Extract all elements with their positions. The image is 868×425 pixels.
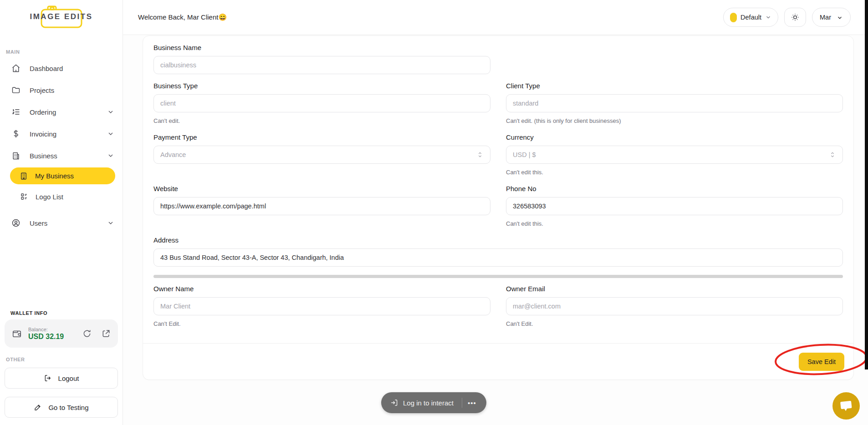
business-type-label: Business Type xyxy=(153,82,490,90)
go-to-testing-button[interactable]: Go to Testing xyxy=(5,397,118,418)
website-field: Website xyxy=(153,185,490,215)
sidebar-section-main: MAIN xyxy=(6,49,123,55)
logout-label: Logout xyxy=(58,374,79,382)
sidebar-item-invoicing[interactable]: Invoicing xyxy=(0,123,123,145)
phone-field: Phone No Can't edit this. xyxy=(506,185,843,227)
theme-toggle-button[interactable] xyxy=(784,8,806,27)
payment-type-value: Advance xyxy=(160,151,476,158)
business-form-card: Business Name Business Type Can't edit. … xyxy=(143,35,854,380)
building-icon xyxy=(11,151,20,160)
balance-value: USD 32.19 xyxy=(28,333,72,341)
payment-type-field: Payment Type Advance xyxy=(153,133,490,164)
currency-label: Currency xyxy=(506,133,843,141)
payment-type-select[interactable]: Advance xyxy=(153,146,490,164)
sidebar-item-label: Users xyxy=(30,219,107,227)
pencil-icon xyxy=(34,403,42,411)
chevron-down-icon xyxy=(765,14,771,20)
sidebar-item-ordering[interactable]: Ordering xyxy=(0,101,123,123)
address-label: Address xyxy=(153,236,843,244)
chevron-down-icon xyxy=(107,219,114,227)
save-edit-button[interactable]: Save Edit xyxy=(799,353,844,371)
owner-name-field: Owner Name Can't Edit. xyxy=(153,285,490,327)
business-name-label: Business Name xyxy=(153,44,490,51)
client-type-field: Client Type Can't edit. (this is only fo… xyxy=(506,82,843,124)
user-circle-icon xyxy=(11,218,20,228)
website-input[interactable] xyxy=(153,197,490,215)
address-field: Address xyxy=(153,236,843,267)
sidebar-bottom: WALLET INFO Balance: USD 32.19 OTHER xyxy=(0,310,123,418)
sidebar-item-label: Invoicing xyxy=(30,130,107,138)
select-chevrons-icon xyxy=(476,151,484,158)
owner-name-input[interactable] xyxy=(153,297,490,315)
wallet-balance: Balance: USD 32.19 xyxy=(28,327,72,341)
sidebar-item-label: Ordering xyxy=(30,108,107,116)
home-icon xyxy=(11,64,20,73)
currency-select[interactable]: USD | $ xyxy=(506,146,843,164)
brand-logo-text: IMAGE EDITS xyxy=(25,12,98,21)
client-type-input[interactable] xyxy=(506,94,843,112)
welcome-text: Welcome Back, Mar Client😄 xyxy=(138,13,227,21)
phone-helper: Can't edit this. xyxy=(506,220,843,227)
grid-list-icon xyxy=(20,192,28,201)
ordered-list-icon xyxy=(11,107,20,116)
website-phone-row: Website Phone No Can't edit this. xyxy=(153,185,843,227)
chat-widget-button[interactable] xyxy=(832,392,860,420)
login-to-interact-pill[interactable]: Log in to interact ••• xyxy=(381,392,486,413)
client-type-helper: Can't edit. (this is only for client bus… xyxy=(506,117,843,124)
sidebar-item-users[interactable]: Users xyxy=(0,212,123,234)
other-section-label: OTHER xyxy=(6,357,118,362)
brand-logo[interactable]: IMAGE EDITS xyxy=(25,4,98,29)
sun-icon xyxy=(791,13,800,22)
phone-input[interactable] xyxy=(506,197,843,215)
owner-name-helper: Can't Edit. xyxy=(153,320,490,327)
select-chevrons-icon xyxy=(829,151,836,158)
website-label: Website xyxy=(153,185,490,192)
login-icon xyxy=(390,399,398,407)
currency-field: Currency USD | $ Can't edit this. xyxy=(506,133,843,176)
currency-helper: Can't edit this. xyxy=(506,169,843,176)
business-type-field: Business Type Can't edit. xyxy=(153,82,490,124)
building-icon xyxy=(20,172,28,180)
more-options-button[interactable]: ••• xyxy=(462,399,482,407)
currency-value: USD | $ xyxy=(513,151,829,158)
phone-label: Phone No xyxy=(506,185,843,192)
payment-currency-row: Payment Type Advance Currency USD | $ xyxy=(153,133,843,176)
screen-edge-strip xyxy=(865,0,868,369)
owner-row: Owner Name Can't Edit. Owner Email Can't… xyxy=(153,285,843,327)
folder-icon xyxy=(11,86,20,95)
refresh-balance-icon[interactable] xyxy=(82,329,92,338)
sidebar-item-business[interactable]: Business xyxy=(0,145,123,167)
logout-button[interactable]: Logout xyxy=(5,368,118,389)
chevron-down-icon xyxy=(107,152,114,159)
app-root: IMAGE EDITS MAIN Dashboard Projects Orde… xyxy=(0,0,868,425)
user-dropdown-label: Mar xyxy=(820,14,831,21)
section-divider xyxy=(153,275,843,278)
balance-label: Balance: xyxy=(28,327,72,332)
business-form: Business Name Business Type Can't edit. … xyxy=(143,36,853,327)
go-to-testing-label: Go to Testing xyxy=(48,404,88,411)
wallet-icon xyxy=(12,329,22,339)
sidebar-item-projects[interactable]: Projects xyxy=(0,79,123,101)
sidebar-item-my-business[interactable]: My Business xyxy=(10,167,115,184)
address-input[interactable] xyxy=(153,248,843,267)
chevron-down-icon xyxy=(107,108,114,116)
owner-email-label: Owner Email xyxy=(506,285,843,293)
sidebar-item-label: My Business xyxy=(35,172,74,180)
business-name-input[interactable] xyxy=(153,56,490,74)
external-link-icon[interactable] xyxy=(102,329,111,338)
sidebar-item-dashboard[interactable]: Dashboard xyxy=(0,57,123,79)
owner-email-input[interactable] xyxy=(506,297,843,315)
sidebar-item-logo-list[interactable]: Logo List xyxy=(0,187,123,207)
wallet-card: Balance: USD 32.19 xyxy=(5,319,118,348)
user-dropdown[interactable]: Mar xyxy=(812,8,851,27)
login-pill-label: Log in to interact xyxy=(403,399,454,407)
workspace-color-swatch xyxy=(730,13,737,22)
wallet-info-label: WALLET INFO xyxy=(10,310,118,316)
business-type-input[interactable] xyxy=(153,94,490,112)
sidebar-item-label: Business xyxy=(30,152,107,160)
sidebar-item-label: Projects xyxy=(30,86,114,94)
workspace-dropdown[interactable]: Default xyxy=(723,8,778,27)
business-name-field: Business Name xyxy=(153,44,490,74)
workspace-dropdown-label: Default xyxy=(740,14,761,21)
chevron-down-icon xyxy=(837,14,843,20)
